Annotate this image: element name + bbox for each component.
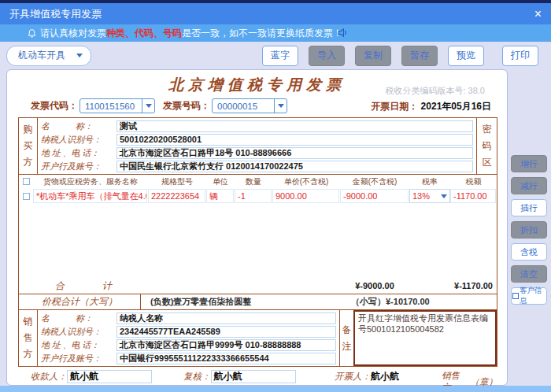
tax-included-button[interactable]: 含税 — [511, 243, 547, 261]
totals-amount: ¥-9000.00 — [340, 281, 409, 290]
payee-input[interactable]: 航小航 — [67, 370, 152, 383]
buyer-name-input[interactable]: 测试 — [116, 120, 473, 132]
item-price-input[interactable]: 9000.00 — [272, 189, 339, 203]
item-qty-input[interactable]: -1 — [235, 189, 272, 203]
invoice-code-value: 1100151560 — [80, 102, 142, 111]
seller-address-input[interactable]: 北京市海淀区杏石口路甲9999号 010-88888888 — [116, 339, 336, 351]
buyer-address-label: 地 址 、电 话： — [41, 147, 116, 159]
seller-name-row: 名 称： 纳税人名称 — [41, 312, 336, 324]
sum-label: 价税合计（大写） — [19, 294, 141, 309]
item-amount-input[interactable]: -9000.00 — [340, 189, 409, 203]
select-all-checkbox — [23, 178, 30, 185]
col-qty: 数量 — [235, 176, 272, 187]
totals-label: 合 计 — [19, 279, 148, 293]
buyer-bank-input[interactable]: 中国民生银行北京紫竹支行 0120014170022475 — [116, 161, 473, 172]
col-tax: 税额 — [450, 176, 497, 187]
buyer-bank-label: 开户行及账号： — [41, 161, 116, 172]
payee-group: 收款人： 航小航 — [31, 370, 152, 383]
notice-text-post: 是否一致，如不一致请更换纸质发票！ — [182, 27, 342, 40]
customer-info-button[interactable]: 客户信息 — [511, 287, 547, 305]
seller-taxid-row: 纳税人识别号： 2342445577TEAA245589 — [41, 326, 336, 338]
seller-bank-label: 开户行及账号： — [41, 353, 116, 364]
notice-text-pre: 请认真核对发票 — [40, 27, 106, 40]
invoice-date-label: 开票日期： — [371, 101, 418, 112]
discount-button: 折扣 — [511, 221, 547, 239]
buyer-name-row: 名 称： 测试 — [41, 120, 473, 132]
seller-name-label: 名 称： — [41, 312, 116, 324]
drawer-value: 航小航 — [371, 370, 399, 383]
payee-label: 收款人： — [31, 371, 67, 383]
dialog-title: 开具增值税专用发票 — [9, 7, 102, 21]
totals-row: 合 计 ¥-9000.00 ¥-1170.00 — [19, 278, 497, 294]
customer-info-checkbox[interactable] — [512, 293, 519, 299]
bell-icon — [27, 28, 37, 39]
item-unit-input[interactable]: 辆 — [206, 189, 234, 203]
copy-button: 复制 — [355, 46, 391, 66]
seller-bank-input[interactable]: 中国银行999555111222333366655544 — [116, 353, 336, 364]
drawer-label: 开票人： — [335, 371, 371, 383]
customer-info-label: 客户信息 — [520, 286, 545, 306]
seller-address-row: 地 址 、电 话： 北京市海淀区杏石口路甲9999号 010-88888888 — [41, 339, 336, 351]
invoice-number-value: 00000015 — [213, 102, 274, 111]
invoice-type-select[interactable]: 机动车开具 — [6, 46, 91, 66]
invoice-body: 购买方 名 称： 测试 纳税人识别号： 50010220200528001 地 … — [18, 117, 497, 367]
print-button[interactable]: 打印 — [502, 46, 538, 66]
items-table-header: 货物或应税劳务、服务名称 规格型号 单位 数量 单价(不含税) 金额(不含税) … — [19, 175, 497, 188]
row-actions-column: 增行 减行 插行 折扣 含税 清空 客户信息 — [511, 155, 547, 305]
buyer-taxid-input[interactable]: 50010220200528001 — [116, 134, 473, 146]
import-button: 导入 — [309, 46, 345, 66]
seller-fields: 名 称： 纳税人名称 纳税人识别号： 2342445577TEAA245589 … — [38, 310, 339, 366]
totals-tax: ¥-1170.00 — [450, 281, 497, 290]
notice-bar: 请认真核对发票种类、代码、号码是否一致，如不一致请更换纸质发票！ — [0, 24, 551, 42]
row-checkbox — [23, 193, 30, 200]
seller-taxid-label: 纳税人识别号： — [41, 326, 116, 338]
buyer-section: 购买方 名 称： 测试 纳税人识别号： 50010220200528001 地 … — [18, 117, 497, 175]
seller-side-label: 销售方 — [19, 310, 38, 366]
header-checkbox-cell[interactable] — [19, 178, 33, 185]
sum-numeric: （小写）¥-10170.00 — [351, 294, 497, 309]
item-name-input[interactable]: *机动车*乘用车（排气量在4.0升以上 — [33, 189, 147, 203]
invoice-type-value: 机动车开具 — [18, 49, 65, 62]
blue-invoice-button[interactable]: 蓝字 — [262, 46, 298, 66]
chevron-down-icon — [274, 99, 287, 113]
buyer-side-label: 购买方 — [19, 118, 38, 174]
seller-address-label: 地 址 、电 话： — [41, 339, 116, 351]
col-spec: 规格型号 — [148, 176, 206, 187]
seller-taxid-input[interactable]: 2342445577TEAA245589 — [116, 326, 336, 338]
seller-name-input[interactable]: 纳税人名称 — [116, 312, 336, 324]
invoice-code-row: 发票代码： 1100151560 发票号码： 00000015 — [31, 98, 295, 113]
invoice-card: 北京增值税专用发票 税收分类编码版本号: 38.0 发票代码： 11001515… — [6, 69, 508, 386]
reviewer-group: 复核： 航小航 — [183, 370, 296, 383]
item-taxrate-value: 13% — [412, 191, 430, 201]
invoice-app-window: 开具增值税专用发票 × 请认真核对发票种类、代码、号码是否一致，如不一致请更换纸… — [0, 0, 551, 392]
col-name: 货物或应税劳务、服务名称 — [33, 176, 148, 187]
buyer-taxid-row: 纳税人识别号： 50010220200528001 — [41, 134, 473, 146]
chevron-down-icon — [441, 194, 447, 198]
invoice-number-select[interactable]: 00000015 — [212, 98, 287, 113]
invoice-footer: 收款人： 航小航 复核： 航小航 开票人： 航小航 销售方： （章） — [18, 370, 497, 386]
invoice-code-label: 发票代码： — [31, 99, 78, 113]
toolbar: 机动车开具 蓝字 导入 复制 暂存 预览 打印 — [0, 42, 551, 69]
buyer-address-input[interactable]: 北京市海淀区杏石口路甲18号 010-88896666 — [116, 147, 473, 159]
remarks-box[interactable]: 开具红字增值税专用发票信息表编号5001012105004582 — [353, 310, 497, 366]
drawer-group: 开票人： 航小航 — [335, 370, 399, 383]
seller-bank-row: 开户行及账号： 中国银行999555111222333366655544 — [41, 353, 336, 364]
add-row-button: 增行 — [511, 155, 547, 172]
item-tax-input[interactable]: -1170.00 — [450, 189, 496, 203]
buyer-name-label: 名 称： — [41, 120, 116, 132]
close-icon[interactable]: × — [534, 8, 542, 20]
preview-button[interactable]: 预览 — [448, 46, 484, 66]
dialog-titlebar: 开具增值税专用发票 × — [0, 3, 551, 24]
item-spec-input[interactable]: 2222223654 — [148, 189, 205, 203]
sum-row: 价税合计（大写） (负数)壹万零壹佰柒拾圆整 （小写）¥-10170.00 — [18, 294, 497, 310]
buyer-address-row: 地 址 、电 话： 北京市海淀区杏石口路甲18号 010-88896666 — [41, 147, 473, 159]
speaker-icon[interactable] — [337, 27, 349, 41]
temp-save-button: 暂存 — [401, 46, 438, 66]
sum-in-words: (负数)壹万零壹佰柒拾圆整 — [141, 294, 351, 309]
row-checkbox-cell[interactable] — [19, 193, 33, 200]
item-taxrate-select[interactable]: 13% — [409, 189, 450, 203]
buyer-taxid-label: 纳税人识别号： — [41, 134, 116, 146]
invoice-code-select[interactable]: 1100151560 — [80, 98, 155, 113]
reviewer-input[interactable]: 航小航 — [211, 370, 296, 383]
insert-row-button[interactable]: 插行 — [511, 199, 547, 216]
